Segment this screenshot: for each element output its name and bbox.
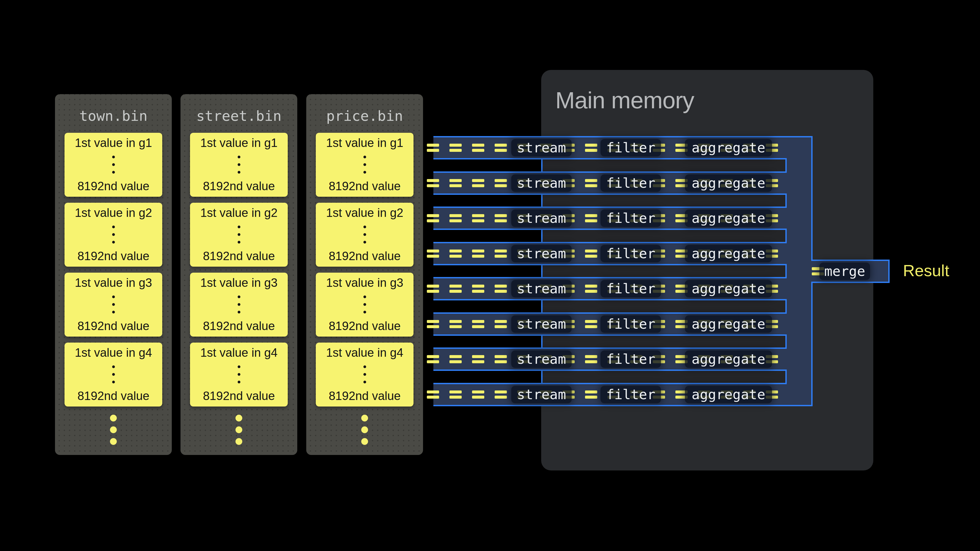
stage-filter: filter	[601, 280, 661, 297]
pipeline-spine	[787, 136, 813, 406]
ellipsis-dot	[363, 365, 366, 368]
ellipsis-dot	[112, 225, 115, 228]
ellipsis-dot	[363, 381, 366, 383]
more-groups-dot	[235, 438, 242, 445]
data-chunk-icon	[472, 391, 484, 399]
pipeline-row-1: streamfilteraggregate	[433, 136, 787, 159]
ellipsis-dot	[363, 311, 366, 313]
ellipsis-dot	[363, 295, 366, 298]
data-chunk-icon	[472, 249, 484, 258]
group-last-value: 8192nd value	[203, 179, 275, 193]
ellipsis-dots	[238, 295, 240, 313]
stage-aggregate: aggregate	[685, 245, 772, 262]
data-chunk-icon	[472, 144, 484, 152]
ellipsis-dot	[112, 233, 115, 236]
ellipsis-dot	[238, 295, 240, 298]
stage-filter: filter	[601, 139, 661, 156]
pipeline-gap-buffer	[541, 195, 787, 206]
ellipsis-dot	[112, 156, 115, 158]
stage-filter: filter	[601, 351, 661, 368]
stage-aggregate: aggregate	[685, 210, 772, 227]
group-last-value: 8192nd value	[77, 389, 149, 403]
more-groups-dot	[361, 438, 368, 445]
data-chunk-icon	[449, 249, 462, 258]
data-chunk-icon	[495, 144, 507, 152]
group-last-value: 8192nd value	[77, 319, 149, 333]
stage-stream: stream	[511, 386, 572, 403]
more-groups-dots	[180, 415, 297, 445]
group-cell: 1st value in g18192nd value	[316, 133, 414, 197]
main-memory-title: Main memory	[555, 87, 694, 114]
group-last-value: 8192nd value	[329, 389, 401, 403]
file-title: town.bin	[55, 108, 172, 124]
group-first-value: 1st value in g1	[75, 136, 152, 150]
stage-aggregate: aggregate	[685, 386, 772, 403]
pipeline-row-3: streamfilteraggregate	[433, 206, 787, 230]
stage-stream: stream	[511, 315, 572, 333]
pipeline-gap-buffer	[541, 371, 787, 383]
ellipsis-dots	[363, 365, 366, 383]
ellipsis-dot	[238, 163, 240, 166]
stage-aggregate: aggregate	[685, 280, 772, 297]
ellipsis-dot	[112, 171, 115, 174]
stage-aggregate: aggregate	[685, 315, 772, 333]
group-first-value: 1st value in g1	[200, 136, 278, 150]
ellipsis-dots	[112, 365, 115, 383]
data-chunk-icon	[585, 320, 597, 328]
stage-filter: filter	[601, 210, 661, 227]
data-chunk-icon	[495, 355, 507, 363]
pipeline-row-6: streamfilteraggregate	[433, 312, 787, 336]
group-last-value: 8192nd value	[329, 179, 401, 193]
ellipsis-dots	[363, 156, 366, 174]
group-last-value: 8192nd value	[203, 389, 275, 403]
data-chunk-icon	[427, 144, 439, 152]
data-chunk-icon	[449, 284, 462, 293]
stage-stream: stream	[511, 175, 572, 192]
more-groups-dot	[361, 415, 368, 421]
data-chunk-icon	[427, 320, 439, 328]
ellipsis-dots	[363, 295, 366, 313]
ellipsis-dot	[112, 365, 115, 368]
group-first-value: 1st value in g2	[326, 206, 403, 219]
file-column-price.bin: price.bin1st value in g18192nd value1st …	[306, 94, 423, 455]
group-cell: 1st value in g28192nd value	[190, 203, 288, 267]
pipeline-row-5: streamfilteraggregate	[433, 277, 787, 300]
group-last-value: 8192nd value	[77, 249, 149, 263]
group-cell: 1st value in g28192nd value	[316, 203, 414, 267]
stage-stream: stream	[511, 351, 572, 368]
stage-merge: merge	[819, 263, 870, 280]
ellipsis-dots	[112, 295, 115, 313]
group-cell: 1st value in g38192nd value	[65, 273, 162, 337]
group-last-value: 8192nd value	[329, 249, 401, 263]
data-chunk-icon	[449, 355, 462, 363]
stage-filter: filter	[601, 386, 661, 403]
data-chunk-icon	[472, 284, 484, 293]
ellipsis-dot	[238, 225, 240, 228]
ellipsis-dot	[238, 311, 240, 313]
ellipsis-dots	[363, 225, 366, 243]
group-first-value: 1st value in g3	[200, 276, 278, 289]
more-groups-dot	[110, 438, 117, 445]
data-chunk-icon	[427, 249, 439, 258]
pipeline-row-2: streamfilteraggregate	[433, 171, 787, 195]
ellipsis-dots	[238, 225, 240, 243]
ellipsis-dot	[238, 171, 240, 174]
ellipsis-dot	[363, 225, 366, 228]
ellipsis-dot	[112, 163, 115, 166]
data-chunk-icon	[449, 391, 462, 399]
diagram-canvas: Main memory town.bin1st value in g18192n…	[0, 0, 980, 551]
data-chunk-icon	[449, 320, 462, 328]
ellipsis-dot	[238, 241, 240, 243]
group-first-value: 1st value in g4	[326, 346, 403, 359]
group-first-value: 1st value in g1	[326, 136, 403, 150]
group-cell: 1st value in g48192nd value	[65, 343, 162, 407]
ellipsis-dot	[363, 156, 366, 158]
data-chunk-icon	[449, 214, 462, 222]
group-first-value: 1st value in g2	[200, 206, 278, 219]
ellipsis-dot	[238, 156, 240, 158]
ellipsis-dot	[112, 373, 115, 376]
data-chunk-icon	[427, 179, 439, 187]
group-first-value: 1st value in g2	[75, 206, 152, 219]
pipeline-gap-buffer	[541, 230, 787, 242]
ellipsis-dots	[238, 365, 240, 383]
